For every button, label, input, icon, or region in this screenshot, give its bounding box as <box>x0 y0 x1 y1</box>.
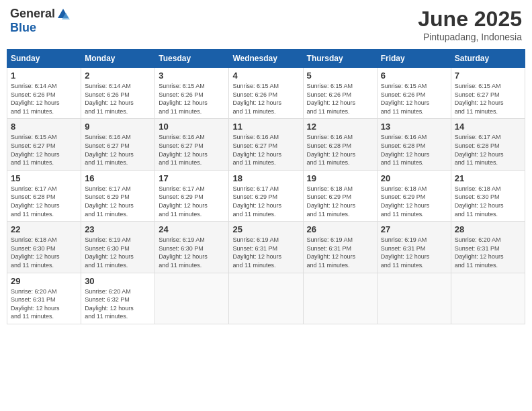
day-22: 22 Sunrise: 6:18 AMSunset: 6:30 PMDaylig… <box>7 222 81 273</box>
empty-cell-4 <box>377 273 451 324</box>
empty-cell-3 <box>303 273 377 324</box>
logo: General Blue <box>10 7 71 35</box>
header-tuesday: Tuesday <box>155 50 229 68</box>
location-title: Pintupadang, Indonesia <box>418 32 522 42</box>
day-6: 6 Sunrise: 6:15 AMSunset: 6:26 PMDayligh… <box>377 68 451 119</box>
week-row-3: 15 Sunrise: 6:17 AMSunset: 6:28 PMDaylig… <box>7 170 525 221</box>
day-5: 5 Sunrise: 6:15 AMSunset: 6:26 PMDayligh… <box>303 68 377 119</box>
header-sunday: Sunday <box>7 50 81 68</box>
day-8: 8 Sunrise: 6:15 AMSunset: 6:27 PMDayligh… <box>7 119 81 170</box>
day-29: 29 Sunrise: 6:20 AMSunset: 6:31 PMDaylig… <box>7 273 81 324</box>
day-19: 19 Sunrise: 6:18 AMSunset: 6:29 PMDaylig… <box>303 170 377 221</box>
day-4: 4 Sunrise: 6:15 AMSunset: 6:26 PMDayligh… <box>229 68 303 119</box>
day-13: 13 Sunrise: 6:16 AMSunset: 6:28 PMDaylig… <box>377 119 451 170</box>
day-1: 1 Sunrise: 6:14 AMSunset: 6:26 PMDayligh… <box>7 68 81 119</box>
header-wednesday: Wednesday <box>229 50 303 68</box>
day-18: 18 Sunrise: 6:17 AMSunset: 6:29 PMDaylig… <box>229 170 303 221</box>
header-saturday: Saturday <box>451 50 525 68</box>
day-9: 9 Sunrise: 6:16 AMSunset: 6:27 PMDayligh… <box>81 119 155 170</box>
header-friday: Friday <box>377 50 451 68</box>
day-21: 21 Sunrise: 6:18 AMSunset: 6:30 PMDaylig… <box>451 170 525 221</box>
week-row-1: 1 Sunrise: 6:14 AMSunset: 6:26 PMDayligh… <box>7 68 525 119</box>
day-24: 24 Sunrise: 6:19 AMSunset: 6:30 PMDaylig… <box>155 222 229 273</box>
week-row-5: 29 Sunrise: 6:20 AMSunset: 6:31 PMDaylig… <box>7 273 525 324</box>
title-area: June 2025 Pintupadang, Indonesia <box>418 7 522 42</box>
day-2: 2 Sunrise: 6:14 AMSunset: 6:26 PMDayligh… <box>81 68 155 119</box>
day-26: 26 Sunrise: 6:19 AMSunset: 6:31 PMDaylig… <box>303 222 377 273</box>
day-17: 17 Sunrise: 6:17 AMSunset: 6:29 PMDaylig… <box>155 170 229 221</box>
day-10: 10 Sunrise: 6:16 AMSunset: 6:27 PMDaylig… <box>155 119 229 170</box>
day-12: 12 Sunrise: 6:16 AMSunset: 6:28 PMDaylig… <box>303 119 377 170</box>
page-header: General Blue June 2025 Pintupadang, Indo… <box>7 7 525 42</box>
day-30: 30 Sunrise: 6:20 AMSunset: 6:32 PMDaylig… <box>81 273 155 324</box>
empty-cell-5 <box>451 273 525 324</box>
week-row-2: 8 Sunrise: 6:15 AMSunset: 6:27 PMDayligh… <box>7 119 525 170</box>
day-25: 25 Sunrise: 6:19 AMSunset: 6:31 PMDaylig… <box>229 222 303 273</box>
week-row-4: 22 Sunrise: 6:18 AMSunset: 6:30 PMDaylig… <box>7 222 525 273</box>
day-23: 23 Sunrise: 6:19 AMSunset: 6:30 PMDaylig… <box>81 222 155 273</box>
logo-general-text: General <box>10 7 55 21</box>
day-16: 16 Sunrise: 6:17 AMSunset: 6:29 PMDaylig… <box>81 170 155 221</box>
weekday-header-row: Sunday Monday Tuesday Wednesday Thursday… <box>7 50 525 68</box>
day-3: 3 Sunrise: 6:15 AMSunset: 6:26 PMDayligh… <box>155 68 229 119</box>
header-monday: Monday <box>81 50 155 68</box>
day-27: 27 Sunrise: 6:19 AMSunset: 6:31 PMDaylig… <box>377 222 451 273</box>
empty-cell-1 <box>155 273 229 324</box>
day-7: 7 Sunrise: 6:15 AMSunset: 6:27 PMDayligh… <box>451 68 525 119</box>
day-20: 20 Sunrise: 6:18 AMSunset: 6:29 PMDaylig… <box>377 170 451 221</box>
day-15: 15 Sunrise: 6:17 AMSunset: 6:28 PMDaylig… <box>7 170 81 221</box>
header-thursday: Thursday <box>303 50 377 68</box>
logo-icon <box>56 7 70 21</box>
logo-blue-text: Blue <box>10 21 36 35</box>
calendar-table: Sunday Monday Tuesday Wednesday Thursday… <box>7 49 525 324</box>
day-14: 14 Sunrise: 6:17 AMSunset: 6:28 PMDaylig… <box>451 119 525 170</box>
day-11: 11 Sunrise: 6:16 AMSunset: 6:27 PMDaylig… <box>229 119 303 170</box>
empty-cell-2 <box>229 273 303 324</box>
day-28: 28 Sunrise: 6:20 AMSunset: 6:31 PMDaylig… <box>451 222 525 273</box>
month-title: June 2025 <box>418 7 522 32</box>
